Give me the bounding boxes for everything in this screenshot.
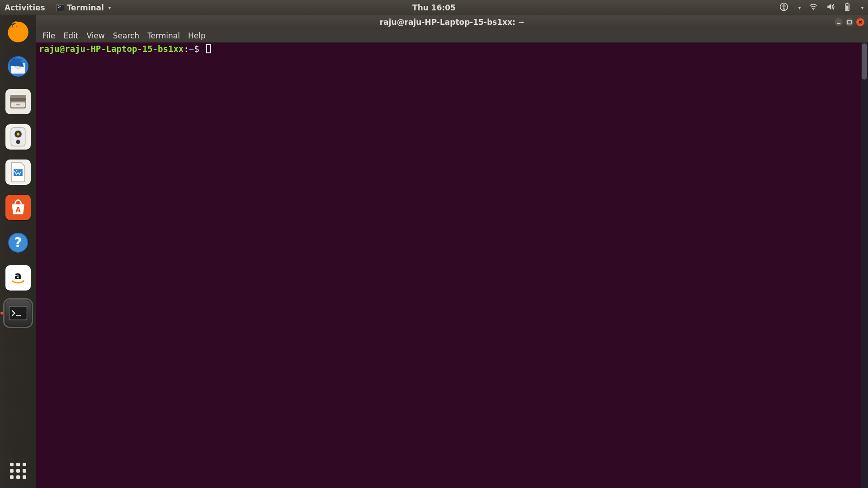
gnome-top-panel: Activities Terminal ▾ Thu 16:05 ▾ ▾: [0, 0, 868, 15]
menu-view[interactable]: View: [85, 30, 106, 41]
speaker-icon: [5, 124, 31, 150]
svg-text:A: A: [15, 206, 21, 214]
dock-thunderbird[interactable]: [5, 53, 31, 80]
chevron-down-icon: ▾: [108, 5, 111, 10]
svg-text:?: ?: [14, 235, 22, 250]
menu-file[interactable]: File: [41, 30, 57, 41]
svg-rect-25: [837, 23, 840, 24]
prompt-path: ~: [189, 44, 194, 54]
svg-rect-23: [9, 306, 27, 320]
svg-rect-26: [848, 20, 851, 24]
window-title: raju@raju-HP-Laptop-15-bs1xx: ~: [380, 18, 524, 27]
chevron-down-icon: ▾: [861, 5, 863, 10]
show-applications-button[interactable]: [9, 462, 27, 480]
text-cursor: [206, 44, 211, 53]
document-icon: [5, 160, 31, 185]
menu-search[interactable]: Search: [111, 30, 141, 41]
svg-point-14: [17, 133, 19, 136]
terminal-viewport[interactable]: raju@raju-HP-Laptop-15-bs1xx:~$: [36, 42, 868, 488]
window-minimize-button[interactable]: [835, 18, 843, 26]
battery-icon[interactable]: [843, 2, 851, 13]
app-menu-label: Terminal: [67, 3, 104, 12]
activities-button[interactable]: Activities: [5, 3, 45, 12]
svg-text:a: a: [14, 269, 22, 282]
scrollbar-thumb[interactable]: [862, 43, 867, 80]
dock-help[interactable]: ?: [5, 230, 31, 256]
prompt-separator: :: [184, 44, 189, 54]
files-icon: [5, 89, 31, 114]
svg-point-15: [16, 140, 20, 144]
window-titlebar[interactable]: raju@raju-HP-Laptop-15-bs1xx: ~: [36, 15, 868, 29]
clock-button[interactable]: Thu 16:05: [412, 3, 456, 12]
svg-rect-11: [16, 104, 20, 105]
window-maximize-button[interactable]: [845, 18, 854, 26]
accessibility-icon[interactable]: [779, 2, 788, 13]
network-wifi-icon[interactable]: [809, 2, 818, 13]
clock-label: Thu 16:05: [412, 3, 456, 12]
system-status-area[interactable]: ▾ ▾: [779, 2, 863, 13]
dock-software[interactable]: A: [5, 194, 31, 221]
dock-writer[interactable]: [5, 159, 31, 185]
svg-point-1: [783, 4, 784, 5]
terminal-icon: [56, 4, 64, 11]
prompt-symbol: $: [194, 44, 199, 54]
window-close-button[interactable]: [856, 18, 864, 26]
dock: A ? a: [0, 15, 36, 488]
menu-edit[interactable]: Edit: [61, 30, 80, 41]
dock-terminal[interactable]: [5, 300, 31, 326]
amazon-icon: a: [5, 265, 31, 291]
firefox-icon: [5, 19, 31, 44]
terminal-window: raju@raju-HP-Laptop-15-bs1xx: ~ File Edi…: [36, 15, 868, 488]
menu-terminal[interactable]: Terminal: [146, 30, 182, 41]
dock-rhythmbox[interactable]: [5, 124, 31, 150]
svg-rect-5: [846, 6, 848, 10]
thunderbird-icon: [5, 54, 31, 79]
shopping-bag-icon: A: [5, 195, 31, 220]
terminal-scrollbar[interactable]: [861, 42, 868, 488]
app-menu-button[interactable]: Terminal ▾: [56, 3, 111, 12]
svg-rect-9: [10, 98, 26, 101]
chevron-down-icon: ▾: [798, 5, 801, 10]
dock-firefox[interactable]: [5, 18, 31, 44]
help-icon: ?: [5, 230, 31, 255]
svg-rect-4: [846, 3, 848, 4]
prompt-user-host: raju@raju-HP-Laptop-15-bs1xx: [39, 44, 184, 54]
menu-help[interactable]: Help: [186, 30, 208, 41]
terminal-menubar: File Edit View Search Terminal Help: [36, 29, 868, 42]
desktop-area: A ? a: [0, 15, 868, 488]
svg-rect-24: [16, 315, 21, 316]
svg-point-17: [16, 170, 17, 171]
volume-icon[interactable]: [826, 2, 835, 13]
svg-point-2: [813, 9, 814, 10]
dock-files[interactable]: [5, 89, 31, 115]
dock-amazon[interactable]: a: [5, 265, 31, 291]
terminal-icon: [5, 300, 31, 326]
